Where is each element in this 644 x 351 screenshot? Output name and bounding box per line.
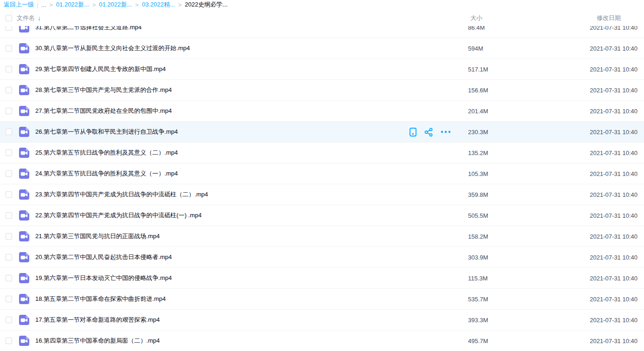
file-name[interactable]: 18.第五章第二节中国革命在探索中曲折前进.mp4 [35, 295, 463, 303]
file-row[interactable]: 25.第六章第五节抗日战争的胜利及其意义（二）.mp4 135.2M 2021-… [0, 143, 644, 163]
column-header-modified[interactable]: 修改日期 [584, 14, 644, 22]
file-row[interactable]: 16.第四章第三节中国革命的新局面（二）.mp4 495.7M 2021-07-… [0, 331, 644, 351]
share-icon[interactable] [424, 128, 433, 136]
video-file-icon [19, 105, 30, 117]
breadcrumb: 返回上一级 | ... > 01.2022新... > 01.2022新... … [0, 0, 644, 9]
file-row[interactable]: 17.第五章第一节对革命新道路的艰苦探索.mp4 393.3M 2021-07-… [0, 310, 644, 331]
file-row[interactable]: 21.第六章第三节国民党与抗日的正面战场.mp4 158.2M 2021-07-… [0, 226, 644, 247]
row-checkbox[interactable] [6, 212, 12, 219]
file-name[interactable]: 30.第八章第一节从新民主主义向社会主义过渡的开始.mp4 [35, 44, 463, 52]
file-row[interactable]: 22.第六章第四节中国共产党成为抗日战争的中流砥柱(一) .mp4 505.5M… [0, 205, 644, 226]
row-checkbox[interactable] [6, 296, 12, 302]
file-name[interactable]: 23.第六章第四节中国共产党成为抗日战争的中流砥柱（二）.mp4 [35, 190, 463, 199]
more-icon[interactable] [441, 130, 451, 133]
breadcrumb-link-1[interactable]: 01.2022新... [56, 0, 89, 9]
row-checkbox[interactable] [6, 275, 12, 281]
file-name[interactable]: 20.第六章第二节中国人民奋起抗击日本侵略者.mp4 [35, 253, 463, 261]
file-name[interactable]: 24.第六章第五节抗日战争的胜利及其意义（一）.mp4 [35, 169, 463, 178]
file-name[interactable]: 25.第六章第五节抗日战争的胜利及其意义（二）.mp4 [35, 149, 463, 157]
save-to-phone-icon[interactable] [410, 128, 416, 136]
select-all-checkbox[interactable] [6, 15, 12, 21]
file-size: 505.5M [463, 212, 584, 219]
file-size: 156.6M [463, 87, 584, 94]
row-checkbox[interactable] [6, 45, 12, 52]
column-header-filename[interactable]: 文件名 [17, 14, 35, 22]
file-row[interactable]: 20.第六章第二节中国人民奋起抗击日本侵略者.mp4 303.9M 2021-0… [0, 247, 644, 268]
file-size: 495.7M [463, 338, 584, 344]
file-modified-date: 2021-07-31 10:40 [584, 338, 644, 344]
video-file-icon [19, 293, 30, 305]
file-row[interactable]: 28.第七章第三节中国共产党与民主党派的合作.mp4 156.6M 2021-0… [0, 80, 644, 101]
file-row[interactable]: 29.第七章第四节创建人民民主专政的新中国.mp4 517.1M 2021-07… [0, 59, 644, 80]
row-checkbox[interactable] [6, 191, 12, 198]
breadcrumb-link-2[interactable]: 01.2022新... [99, 0, 132, 9]
breadcrumb-separator: > [49, 1, 53, 8]
file-row[interactable]: 19.第六章第一节日本发动灭亡中国的侵略战争.mp4 115.3M 2021-0… [0, 268, 644, 289]
sort-descending-icon[interactable]: ↓ [38, 14, 41, 22]
video-file-icon [19, 64, 30, 75]
file-size: 517.1M [463, 66, 584, 73]
file-size: 535.7M [463, 296, 584, 303]
row-checkbox[interactable] [6, 87, 12, 93]
file-row[interactable]: 27.第七章第二节国民党政府处在全民的包围中.mp4 201.4M 2021-0… [0, 101, 644, 122]
file-name[interactable]: 21.第六章第三节国民党与抗日的正面战场.mp4 [35, 232, 463, 240]
file-modified-date: 2021-07-31 10:40 [584, 191, 644, 198]
file-name[interactable]: 16.第四章第三节中国革命的新局面（二）.mp4 [35, 337, 463, 345]
file-name[interactable]: 17.第五章第一节对革命新道路的艰苦探索.mp4 [35, 316, 463, 324]
video-file-icon [19, 252, 30, 263]
video-file-icon [19, 273, 30, 284]
video-file-icon [19, 43, 30, 54]
file-modified-date: 2021-07-31 10:40 [584, 170, 644, 177]
file-modified-date: 2021-07-31 10:40 [584, 66, 644, 73]
file-name[interactable]: 27.第七章第二节国民党政府处在全民的包围中.mp4 [35, 107, 463, 115]
file-size: 393.3M [463, 317, 584, 324]
file-modified-date: 2021-07-31 10:40 [584, 129, 644, 136]
file-modified-date: 2021-07-31 10:40 [584, 254, 644, 261]
video-file-icon [19, 314, 30, 325]
file-name[interactable]: 29.第七章第四节创建人民民主专政的新中国.mp4 [35, 65, 463, 73]
file-size: 303.9M [463, 254, 584, 261]
file-size: 135.2M [463, 150, 584, 156]
file-size: 105.3M [463, 170, 584, 177]
video-file-icon [19, 335, 30, 346]
video-file-icon [19, 210, 30, 221]
file-row[interactable]: 30.第八章第一节从新民主主义向社会主义过渡的开始.mp4 594M 2021-… [0, 38, 644, 59]
video-file-icon [19, 231, 30, 242]
file-name[interactable]: 26.第七章第一节从争取和平民主到进行自卫战争.mp4 [35, 128, 410, 136]
breadcrumb-separator: > [135, 1, 139, 8]
file-row[interactable]: 24.第六章第五节抗日战争的胜利及其意义（一）.mp4 105.3M 2021-… [0, 163, 644, 184]
file-modified-date: 2021-07-31 10:40 [584, 108, 644, 115]
file-name[interactable]: 28.第七章第三节中国共产党与民主党派的合作.mp4 [35, 86, 463, 94]
row-checkbox[interactable] [6, 254, 12, 260]
breadcrumb-link-3[interactable]: 03.2022精... [142, 0, 175, 9]
breadcrumb-back-link[interactable]: 返回上一级 [4, 0, 34, 9]
breadcrumb-ellipsis[interactable]: ... [41, 1, 46, 8]
row-checkbox[interactable] [6, 317, 12, 323]
file-name[interactable]: 22.第六章第四节中国共产党成为抗日战争的中流砥柱(一) .mp4 [35, 211, 463, 220]
breadcrumb-divider: | [37, 1, 38, 8]
column-header-size[interactable]: 大小 [463, 14, 584, 22]
file-row[interactable]: 23.第六章第四节中国共产党成为抗日战争的中流砥柱（二）.mp4 359.8M … [0, 184, 644, 205]
file-size: 115.3M [463, 275, 584, 282]
file-modified-date: 2021-07-31 10:40 [584, 317, 644, 324]
file-modified-date: 2021-07-31 10:40 [584, 150, 644, 156]
file-row[interactable]: 26.第七章第一节从争取和平民主到进行自卫战争.mp4 230.3M 2021-… [0, 122, 644, 143]
file-row[interactable]: 18.第五章第二节中国革命在探索中曲折前进.mp4 535.7M 2021-07… [0, 289, 644, 310]
row-checkbox[interactable] [6, 129, 12, 135]
file-size: 201.4M [463, 108, 584, 115]
breadcrumb-current-folder: 2022史纲必学... [185, 0, 228, 9]
file-modified-date: 2021-07-31 10:40 [584, 212, 644, 219]
video-file-icon [19, 126, 30, 137]
row-checkbox[interactable] [6, 338, 12, 344]
video-file-icon [19, 84, 30, 96]
row-checkbox[interactable] [6, 108, 12, 114]
file-modified-date: 2021-07-31 10:40 [584, 87, 644, 94]
row-checkbox[interactable] [6, 170, 12, 177]
row-checkbox[interactable] [6, 233, 12, 240]
row-checkbox[interactable] [6, 150, 12, 156]
video-file-icon [19, 189, 30, 200]
file-name[interactable]: 19.第六章第一节日本发动灭亡中国的侵略战争.mp4 [35, 274, 463, 282]
file-modified-date: 2021-07-31 10:40 [584, 45, 644, 52]
row-hover-actions [410, 128, 451, 136]
row-checkbox[interactable] [6, 66, 12, 72]
